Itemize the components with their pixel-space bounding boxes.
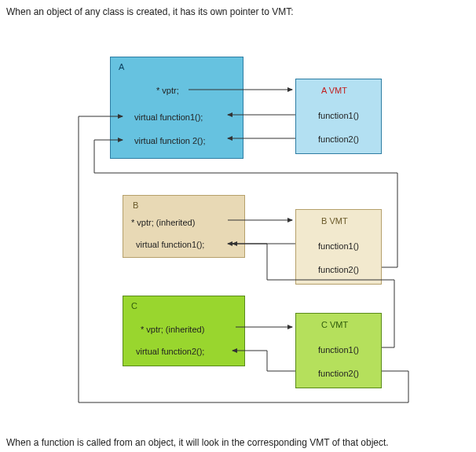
class-c-box: C * vptr; (inherited) virtual function2(… [123, 296, 245, 366]
vmt-c-title: C VMT [321, 320, 348, 329]
vmt-a-box: A VMT function1() function2() [295, 79, 382, 154]
class-b-vptr: * vptr; (inherited) [131, 218, 195, 227]
class-a-title: A [119, 62, 124, 72]
class-c-title: C [131, 301, 137, 311]
vmt-c-fn2: function2() [318, 369, 359, 378]
vmt-c-box: C VMT function1() function2() [295, 313, 382, 388]
class-a-fn1: virtual function1(); [134, 112, 203, 122]
class-b-box: B * vptr; (inherited) virtual function1(… [123, 195, 245, 258]
class-b-fn1: virtual function1(); [136, 240, 204, 249]
vmt-a-fn2: function2() [318, 134, 359, 144]
class-c-vptr: * vptr; (inherited) [141, 325, 204, 334]
class-c-fn2: virtual function2(); [136, 347, 204, 356]
vmt-a-fn1: function1() [318, 111, 359, 120]
class-a-box: A * vptr; virtual function1(); virtual f… [110, 57, 243, 159]
class-a-vptr: * vptr; [156, 86, 179, 95]
vmt-b-fn2: function2() [318, 265, 359, 274]
class-b-title: B [133, 200, 138, 210]
class-a-fn2: virtual function 2(); [134, 136, 205, 145]
vmt-c-fn1: function1() [318, 345, 359, 355]
vmt-b-fn1: function1() [318, 241, 359, 251]
bottom-caption: When a function is called from an object… [6, 437, 389, 448]
vmt-b-title: B VMT [321, 216, 348, 226]
top-caption: When an object of any class is created, … [6, 6, 294, 17]
vmt-a-title: A VMT [321, 86, 347, 95]
vmt-b-box: B VMT function1() function2() [295, 209, 382, 285]
